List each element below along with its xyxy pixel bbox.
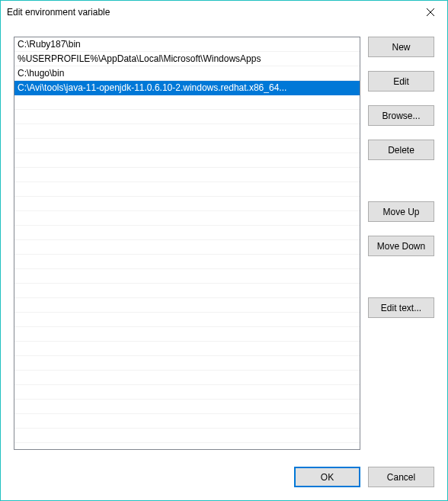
list-item[interactable]: %USERPROFILE%\AppData\Local\Microsoft\Wi… — [14, 52, 360, 66]
edit-text-button[interactable]: Edit text... — [368, 297, 434, 318]
main-row: C:\Ruby187\bin %USERPROFILE%\AppData\Loc… — [14, 37, 434, 450]
close-button[interactable] — [413, 1, 447, 24]
edit-button[interactable]: Edit — [368, 71, 434, 92]
titlebar: Edit environment variable — [1, 1, 447, 24]
dialog-content: C:\Ruby187\bin %USERPROFILE%\AppData\Loc… — [1, 24, 447, 500]
dialog-window: Edit environment variable C:\Ruby187\bin… — [0, 0, 448, 501]
dialog-footer: OK Cancel — [14, 467, 434, 487]
delete-button[interactable]: Delete — [368, 140, 434, 160]
ok-button[interactable]: OK — [294, 467, 360, 487]
close-icon — [427, 8, 434, 16]
side-button-column: New Edit Browse... Delete Move Up Move D… — [368, 37, 434, 450]
cancel-button[interactable]: Cancel — [368, 467, 434, 487]
list-item[interactable]: C:\Avi\tools\java-11-openjdk-11.0.6.10-2… — [14, 81, 360, 95]
list-item[interactable]: C:\Ruby187\bin — [14, 37, 360, 52]
list-inner: C:\Ruby187\bin %USERPROFILE%\AppData\Loc… — [14, 37, 360, 449]
list-item[interactable]: C:\hugo\bin — [14, 66, 360, 81]
browse-button[interactable]: Browse... — [368, 105, 434, 126]
new-button[interactable]: New — [368, 37, 434, 57]
window-title: Edit environment variable — [7, 7, 110, 18]
path-listbox[interactable]: C:\Ruby187\bin %USERPROFILE%\AppData\Loc… — [14, 37, 360, 450]
move-down-button[interactable]: Move Down — [368, 236, 434, 256]
move-up-button[interactable]: Move Up — [368, 201, 434, 222]
